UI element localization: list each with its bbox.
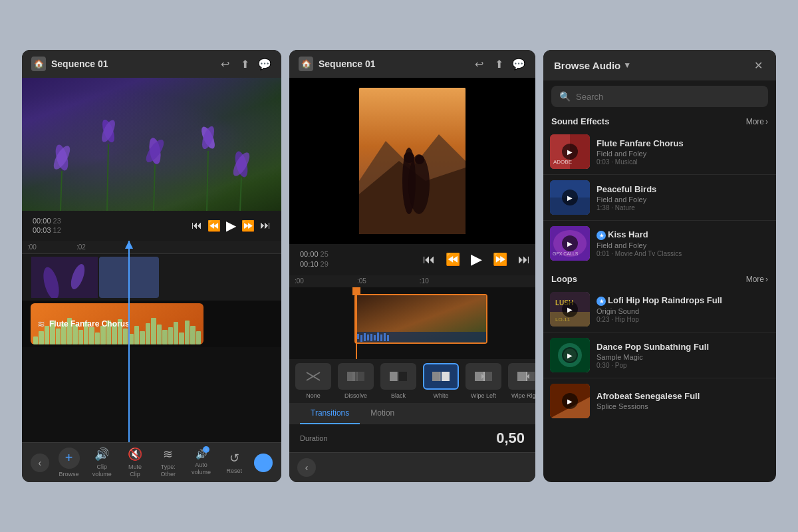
svg-rect-29 [364, 333, 366, 341]
record-btn[interactable] [254, 454, 273, 472]
svg-rect-32 [374, 335, 376, 340]
transition-black[interactable]: Black [378, 363, 418, 399]
close-icon[interactable]: ✕ [751, 58, 765, 72]
svg-rect-41 [352, 372, 358, 381]
audio-item-flute[interactable]: ▶ ADOBE Flute Fanfare Chorus Field and F… [543, 130, 776, 173]
timeline-area-1: :00 :02 ≋ Flute Fanfare [22, 241, 281, 442]
export-icon-2[interactable]: ⬆ [491, 57, 506, 71]
auto-volume-tool[interactable]: 🔊+ Autovolume [188, 449, 215, 476]
search-input[interactable] [576, 92, 760, 102]
audio-sub-dance: Sample Magic [597, 353, 769, 361]
transition-label-dissolve: Dissolve [344, 392, 367, 399]
audio-item-birds[interactable]: ▶ Peaceful Birds Field and Foley 1:38 · … [543, 176, 776, 219]
transition-white[interactable]: White [421, 363, 461, 399]
audio-item-lofi[interactable]: ▶ LUSH LO-11 ★Lofi Hip Hop Raindrops Ful… [543, 288, 776, 331]
transition-none[interactable]: None [293, 363, 333, 399]
panel1-header: 🏠 Sequence 01 ↩ ⬆ 💬 [22, 50, 281, 78]
audio-thumb-flute: ▶ ADOBE [550, 134, 590, 169]
video-preview-1 [22, 78, 281, 211]
home-icon-2[interactable]: 🏠 [299, 57, 313, 71]
audio-thumb-kiss: ▶ GFX CALLS [550, 226, 590, 261]
svg-line-10 [61, 171, 62, 211]
audio-clip-flute[interactable]: ≋ Flute Fanfare Chorus [31, 303, 203, 344]
audio-info-flute: Flute Fanfare Chorus Field and Foley 0:0… [597, 138, 769, 166]
timecode-display-2: 00:00 25 00:10 29 [295, 249, 329, 270]
divider-4 [543, 378, 776, 378]
transition-wipe-right[interactable]: Wipe Right [506, 363, 535, 399]
clip-volume-tool[interactable]: 🔊 Clipvolume [88, 447, 115, 478]
sound-effects-more-btn[interactable]: More › [746, 117, 768, 126]
undo-icon-2[interactable]: ↩ [471, 57, 486, 71]
play-circle-dance[interactable]: ▶ [562, 347, 578, 363]
export-icon[interactable]: ⬆ [237, 57, 252, 71]
audio-item-dance[interactable]: ▶ Dance Pop Sunbathing Full Sample Magic… [543, 334, 776, 376]
video-clip-wedding[interactable] [354, 294, 487, 344]
divider-1 [543, 174, 776, 175]
tab-transitions[interactable]: Transitions [300, 403, 360, 424]
reset-icon: ↺ [229, 451, 239, 466]
loops-more-btn[interactable]: More › [746, 275, 768, 284]
play-circle-lofi[interactable]: ▶ [562, 301, 578, 317]
add-icon[interactable]: + [59, 448, 80, 469]
svg-rect-34 [380, 334, 382, 341]
transition-wipe-left[interactable]: Wipe Left [464, 363, 503, 399]
bottom-toolbar-1: ‹ + Browse 🔊 Clipvolume 🔇 MuteClip ≋ Typ… [22, 442, 281, 482]
audio-sub-kiss: Field and Foley [597, 241, 769, 249]
step-back-btn-2[interactable]: ⏪ [446, 252, 460, 267]
skip-back-btn[interactable]: ⏮ [192, 219, 202, 231]
audio-browser-scroll: Sound Effects More › ▶ ADOBE Flut [543, 112, 776, 482]
transport-bar-2: 00:00 25 00:10 29 ⏮ ⏪ ▶ ⏩ ⏭ [289, 244, 535, 275]
transition-label-black: Black [391, 392, 406, 399]
transition-thumb-wipe-right [508, 363, 535, 390]
duration-value: 0,50 [496, 430, 525, 447]
skip-end-btn-2[interactable]: ⏭ [518, 253, 530, 267]
transition-label-wipe-left: Wipe Left [471, 392, 496, 399]
transition-label-wipe-right: Wipe Right [511, 392, 535, 399]
play-circle-kiss[interactable]: ▶ [562, 235, 578, 251]
video-clip-flowers[interactable] [31, 257, 98, 298]
transition-thumb-black [380, 363, 416, 390]
reset-tool[interactable]: ↺ Reset [221, 451, 247, 475]
prev-arrow-2[interactable]: ‹ [297, 458, 316, 477]
svg-text:GFX CALLS: GFX CALLS [553, 251, 579, 256]
type-tool[interactable]: ≋ Type:Other [155, 447, 182, 478]
play-circle-flute[interactable]: ▶ [562, 144, 578, 160]
step-back-btn[interactable]: ⏪ [207, 219, 221, 232]
chevron-right-icon-2: › [765, 275, 768, 284]
chevron-right-icon: › [765, 117, 768, 126]
step-fwd-btn[interactable]: ⏩ [241, 219, 255, 232]
undo-icon[interactable]: ↩ [217, 57, 232, 71]
audio-info-dance: Dance Pop Sunbathing Full Sample Magic 0… [597, 342, 769, 369]
search-bar[interactable]: 🔍 [551, 86, 768, 107]
transition-dissolve[interactable]: Dissolve [336, 363, 376, 399]
play-btn-2[interactable]: ▶ [471, 251, 482, 268]
badge-lofi: ★ [597, 297, 606, 306]
mute-tool[interactable]: 🔇 MuteClip [122, 447, 148, 478]
svg-line-12 [154, 164, 155, 211]
loops-title: Loops [551, 274, 746, 284]
play-circle-afro[interactable]: ▶ [562, 393, 578, 409]
browse-tool[interactable]: + Browse [56, 448, 82, 478]
prev-arrow[interactable]: ‹ [31, 454, 49, 472]
play-circle-birds[interactable]: ▶ [562, 190, 578, 205]
timecode-display-1: 00:00 23 00:03 12 [33, 216, 61, 235]
audio-name-afro: Afrobeat Senegalese Full [597, 391, 769, 401]
step-fwd-btn-2[interactable]: ⏩ [493, 252, 507, 267]
tab-motion[interactable]: Motion [360, 403, 405, 424]
audio-info-birds: Peaceful Birds Field and Foley 1:38 · Na… [597, 184, 769, 211]
audio-name-kiss: ★Kiss Hard [597, 229, 769, 241]
play-btn-1[interactable]: ▶ [226, 217, 236, 233]
panel-video-editor: 🏠 Sequence 01 ↩ ⬆ 💬 [22, 50, 281, 482]
home-icon[interactable]: 🏠 [31, 57, 46, 71]
audio-item-kiss[interactable]: ▶ GFX CALLS ★Kiss Hard Field and Foley 0… [543, 222, 776, 265]
skip-fwd-btn[interactable]: ⏭ [260, 219, 271, 231]
svg-text:ADOBE: ADOBE [553, 159, 572, 165]
comment-icon[interactable]: 💬 [257, 57, 272, 71]
comment-icon-2[interactable]: 💬 [511, 57, 526, 71]
panel1-title: Sequence 01 [51, 59, 212, 69]
playhead-2 [356, 287, 357, 359]
audio-item-afro[interactable]: ▶ Afrobeat Senegalese Full Splice Sessio… [543, 380, 776, 422]
skip-start-btn-2[interactable]: ⏮ [423, 253, 435, 267]
loops-section-header: Loops More › [543, 270, 776, 288]
svg-rect-15 [31, 257, 98, 298]
